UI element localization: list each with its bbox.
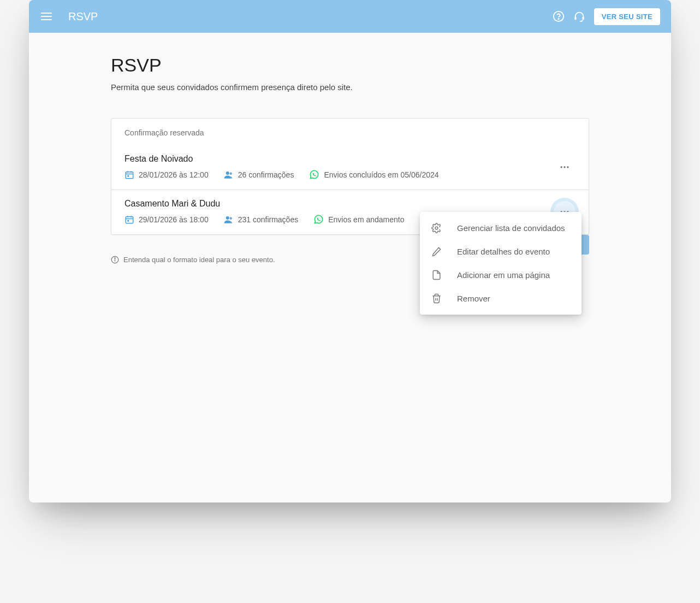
document-icon [431, 270, 442, 280]
menu-item-label: Adicionar em uma página [457, 270, 550, 280]
menu-item-label: Gerenciar lista de convidados [457, 223, 565, 233]
calendar-icon [124, 215, 134, 224]
svg-point-30 [435, 227, 438, 229]
svg-point-29 [115, 258, 115, 258]
svg-point-3 [554, 11, 563, 21]
help-button[interactable] [553, 10, 565, 22]
svg-rect-5 [574, 17, 576, 20]
svg-point-14 [561, 166, 562, 168]
event-body: Festa de Noivado 28/01/2026 às 12:00 [124, 154, 545, 180]
support-agent-icon [573, 10, 585, 22]
calendar-icon [124, 170, 134, 180]
menu-item-add-to-page[interactable]: Adicionar em uma página [420, 263, 582, 287]
hamburger-menu-button[interactable] [40, 10, 53, 23]
svg-point-23 [229, 217, 232, 220]
svg-rect-11 [127, 175, 129, 176]
svg-rect-21 [127, 220, 129, 221]
svg-point-15 [563, 166, 565, 168]
svg-point-12 [226, 172, 229, 175]
app-title: RSVP [68, 10, 553, 23]
menu-item-edit-event[interactable]: Editar detalhes do evento [420, 240, 582, 263]
menu-item-remove[interactable]: Remover [420, 287, 582, 310]
menu-item-label: Remover [457, 294, 490, 303]
svg-point-13 [229, 172, 232, 175]
event-date-text: 28/01/2026 às 12:00 [139, 170, 209, 179]
more-horizontal-icon [559, 162, 570, 173]
event-confirmations-text: 26 confirmações [238, 170, 294, 179]
event-status-text: Envios concluídos em 05/06/2024 [324, 170, 438, 179]
footer-hint[interactable]: Entenda qual o formato ideal para o seu … [111, 256, 275, 264]
svg-rect-6 [582, 17, 584, 20]
whatsapp-icon [313, 214, 324, 224]
event-title: Festa de Noivado [124, 154, 545, 164]
menu-item-manage-guests[interactable]: Gerenciar lista de convidados [420, 216, 582, 240]
app-window: RSVP VER SEU SITE RSVP Permita que seus … [29, 0, 671, 503]
people-icon [224, 215, 234, 224]
event-date: 29/01/2026 às 18:00 [124, 215, 209, 224]
event-confirmations-text: 231 confirmações [238, 215, 299, 224]
page-title: RSVP [111, 55, 589, 76]
partially-hidden-button[interactable] [582, 235, 589, 255]
event-status-text: Envios em andamento [328, 215, 404, 224]
event-status: Envios em andamento [313, 214, 404, 224]
svg-point-16 [567, 166, 568, 168]
help-circle-icon [553, 10, 565, 22]
svg-rect-17 [126, 216, 133, 223]
page-subtitle: Permita que seus convidados confirmem pr… [111, 82, 589, 92]
svg-rect-7 [126, 172, 133, 178]
view-site-button[interactable]: VER SEU SITE [594, 8, 660, 25]
event-confirmations: 26 confirmações [224, 170, 294, 180]
event-confirmations: 231 confirmações [224, 215, 299, 224]
event-date-text: 29/01/2026 às 18:00 [139, 215, 209, 224]
gear-icon [431, 223, 442, 233]
svg-point-4 [558, 19, 559, 19]
event-context-menu: Gerenciar lista de convidados Editar det… [420, 212, 582, 315]
support-button[interactable] [573, 10, 585, 22]
card-section-label: Confirmação reservada [111, 119, 589, 145]
whatsapp-icon [309, 169, 319, 180]
event-title: Casamento Mari & Dudu [124, 199, 545, 209]
topbar-actions: VER SEU SITE [553, 8, 660, 25]
footer-hint-text: Entenda qual o formato ideal para o seu … [123, 256, 275, 264]
event-row[interactable]: Festa de Noivado 28/01/2026 às 12:00 [111, 145, 589, 190]
pencil-icon [431, 246, 442, 257]
svg-point-22 [226, 216, 229, 220]
event-status: Envios concluídos em 05/06/2024 [309, 169, 438, 180]
event-meta: 28/01/2026 às 12:00 26 confirmações [124, 169, 545, 180]
menu-item-label: Editar detalhes do evento [457, 247, 550, 256]
event-more-button[interactable] [554, 156, 576, 178]
topbar: RSVP VER SEU SITE [29, 0, 671, 33]
event-date: 28/01/2026 às 12:00 [124, 170, 209, 180]
info-icon [111, 256, 119, 264]
people-icon [224, 170, 234, 180]
hamburger-icon [40, 10, 53, 23]
trash-icon [431, 293, 442, 304]
